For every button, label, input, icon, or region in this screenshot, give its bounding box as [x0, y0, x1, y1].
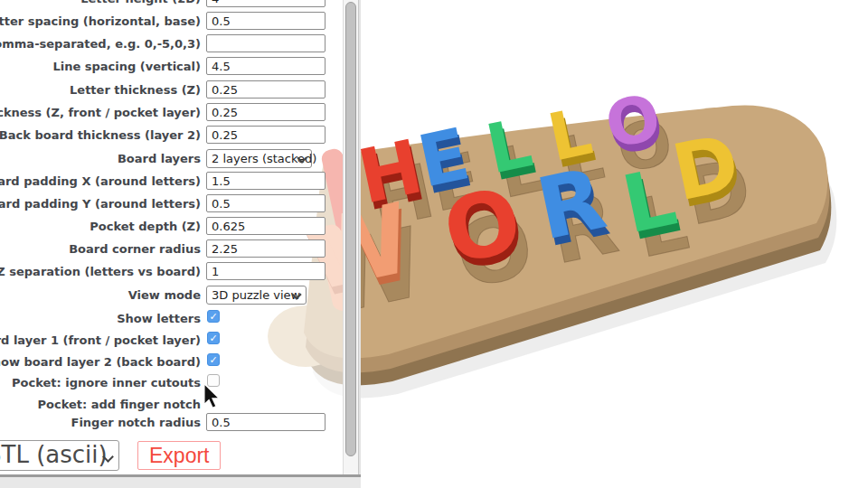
mouse-cursor-icon — [203, 382, 224, 411]
field-label-letter-height-2d: Letter height (2D) — [0, 0, 201, 5]
input-board-layer-thickness-z-front-pocket-lay[interactable] — [206, 103, 326, 121]
select-view-mode[interactable]: 3D puzzle view — [206, 286, 307, 305]
input-board-padding-x-around-letters[interactable] — [206, 172, 326, 190]
field-label-letter-thickness-z: Letter thickness (Z) — [0, 83, 201, 97]
field-label-letter-offsets-comma-separated-e-g-0-5-0: Letter offsets (comma-separated, e.g. 0,… — [0, 37, 201, 51]
field-label-back-board-thickness-layer-2: Back board thickness (layer 2) — [0, 128, 201, 142]
checkbox-show-board-layer-1-front-pocket-layer[interactable]: ✓ — [207, 332, 220, 344]
input-board-padding-y-around-letters[interactable] — [206, 194, 326, 212]
field-label-letter-spacing-horizontal-base: Letter spacing (horizontal, base) — [0, 14, 201, 28]
checkbox-show-board-layer-2-back-board[interactable]: ✓ — [207, 353, 220, 366]
input-letter-spacing-horizontal-base[interactable] — [206, 12, 326, 30]
input-letter-offsets-comma-separated-e-g-0-5-0[interactable] — [206, 34, 326, 52]
field-label-board-corner-radius: Board corner radius — [0, 242, 201, 256]
input-letter-thickness-z[interactable] — [206, 80, 326, 99]
chevron-down-icon — [291, 289, 301, 299]
field-label-board-padding-y-around-letters: Board padding Y (around letters) — [0, 197, 201, 211]
input-pocket-depth-z[interactable] — [206, 217, 326, 235]
export-button[interactable]: Export — [137, 441, 221, 470]
panel-divider — [359, 0, 361, 476]
field-label-line-spacing-vertical: Line spacing (vertical) — [0, 60, 201, 73]
field-label-3d-z-separation-letters-vs-board: 3D Z separation (letters vs board) — [0, 265, 201, 278]
input-line-spacing-vertical[interactable] — [206, 57, 326, 75]
field-label-show-board-layer-2-back-board: Show board layer 2 (back board) — [0, 355, 201, 369]
input-back-board-thickness-layer-2[interactable] — [206, 126, 326, 144]
panel-scrollbar[interactable] — [343, 0, 359, 476]
input-letter-height-2d[interactable] — [206, 0, 326, 7]
scrollbar-thumb[interactable] — [345, 2, 356, 456]
input-board-corner-radius[interactable] — [206, 239, 326, 258]
field-label-finger-notch-radius: Finger notch radius — [0, 416, 201, 429]
field-label-pocket-add-finger-notch: Pocket: add finger notch — [0, 398, 201, 411]
app-window: HELLOWORLDHHEELLLLOOWWOORRLLDD Letter he… — [0, 0, 868, 488]
export-format-value: STL (ascii) — [0, 441, 108, 468]
input-3d-z-separation-letters-vs-board[interactable] — [206, 262, 326, 280]
field-label-show-board-layer-1-front-pocket-layer: Show board layer 1 (front / pocket layer… — [0, 333, 201, 347]
input-finger-notch-radius[interactable] — [206, 413, 326, 431]
field-label-board-layer-thickness-z-front-pocket-lay: Board layer thickness (Z, front / pocket… — [0, 106, 201, 119]
window-bottom-strip — [0, 477, 361, 488]
settings-panel: Letter height (2D)Letter spacing (horizo… — [0, 0, 343, 476]
field-label-pocket-ignore-inner-cutouts: Pocket: ignore inner cutouts — [0, 376, 201, 389]
field-label-pocket-depth-z: Pocket depth (Z) — [0, 220, 201, 233]
checkbox-show-letters[interactable]: ✓ — [207, 310, 220, 323]
field-label-view-mode: View mode — [0, 288, 201, 302]
field-label-show-letters: Show letters — [0, 312, 201, 325]
field-label-board-layers: Board layers — [0, 152, 201, 165]
select-board-layers[interactable]: 2 layers (stacked) — [206, 149, 312, 168]
field-label-board-padding-x-around-letters: Board padding X (around letters) — [0, 174, 201, 188]
chevron-down-icon — [297, 153, 307, 163]
export-format-select[interactable]: STL (ascii) — [0, 440, 119, 471]
